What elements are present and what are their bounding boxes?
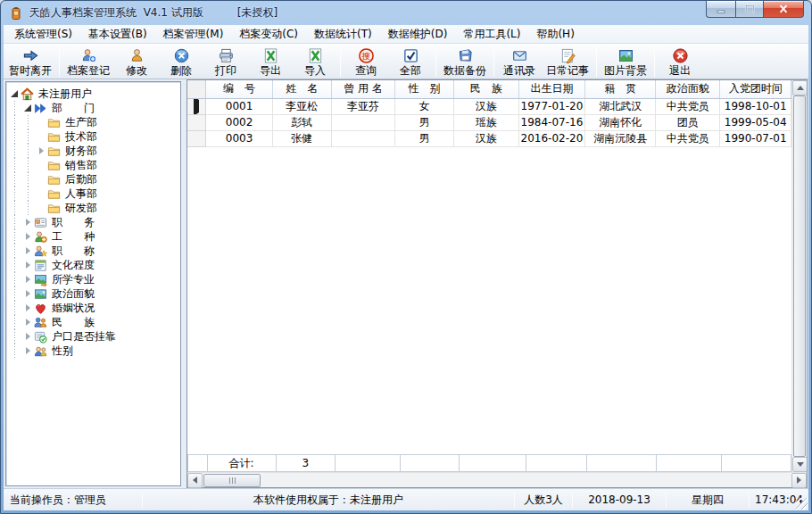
tree-item-label: 未注册用户 — [37, 87, 92, 102]
toolbar-button[interactable]: 档案登记 — [62, 45, 114, 79]
resize-grip[interactable] — [796, 498, 808, 510]
delete-icon — [173, 47, 190, 64]
toolbar-button[interactable]: 通讯录 — [497, 45, 542, 79]
toolbar-button-label: 打印 — [215, 64, 236, 77]
menu-item[interactable]: 数据维护(D) — [380, 25, 456, 44]
title-bar: 天皓人事档案管理系统 V4.1 试用版 [未授权] — [1, 1, 811, 25]
import-icon — [307, 47, 324, 64]
horizontal-scrollbar[interactable] — [187, 472, 807, 487]
tree-expander[interactable] — [8, 90, 21, 97]
row-selector[interactable] — [187, 130, 206, 146]
table-row[interactable]: 0001李亚松李亚芬女汉族1977-01-20湖北武汉中共党员1998-10-0… — [187, 98, 791, 114]
table-cell: 团员 — [656, 114, 720, 130]
table-cell: 1999-05-04 — [720, 114, 791, 130]
tree-item[interactable]: 职 务 — [8, 215, 180, 229]
tree-expander[interactable] — [21, 247, 34, 254]
menu-item[interactable]: 常用工具(L) — [455, 25, 528, 44]
toolbar-button[interactable]: 删除 — [159, 45, 203, 79]
column-header[interactable]: 姓 名 — [272, 80, 331, 98]
table-cell: 瑶族 — [453, 114, 518, 130]
vertical-scrollbar[interactable] — [791, 80, 807, 472]
toolbar-button[interactable]: 修改 — [114, 45, 159, 79]
column-header[interactable]: 性 别 — [395, 80, 453, 98]
minimize-button[interactable] — [706, 1, 735, 18]
tree-item[interactable]: 户口是否挂靠 — [8, 329, 180, 344]
tree-expander[interactable] — [21, 276, 34, 283]
column-header[interactable]: 政治面貌 — [656, 80, 720, 98]
tree-item[interactable]: 部 门 — [8, 101, 180, 115]
tree-item[interactable]: 财务部 — [8, 144, 180, 158]
maximize-button[interactable] — [735, 1, 764, 18]
scroll-left-button[interactable] — [187, 473, 203, 488]
toolbar-button[interactable]: 打印 — [203, 45, 248, 79]
horizontal-scroll-thumb[interactable] — [203, 474, 261, 487]
menu-item[interactable]: 档案管理(M) — [155, 25, 232, 44]
tree-item[interactable]: 所学专业 — [8, 272, 180, 286]
tree-expander[interactable] — [35, 147, 47, 154]
menu-item[interactable]: 档案变动(C) — [231, 25, 306, 44]
scroll-down-button[interactable] — [792, 457, 807, 472]
tree-expander[interactable] — [21, 319, 34, 326]
toolbar-button[interactable]: 暂时离开 — [4, 45, 56, 79]
toolbar-button[interactable]: 图片背景 — [600, 45, 651, 79]
toolbar-button[interactable]: 搜查询 — [344, 45, 388, 79]
menu-item[interactable]: 基本设置(B) — [80, 25, 155, 44]
column-header[interactable]: 入党团时间 — [720, 80, 791, 98]
tree-expander[interactable] — [21, 333, 34, 340]
tree-expander[interactable] — [21, 304, 34, 311]
tree-item[interactable]: 未注册用户 — [8, 87, 180, 101]
tree-expander[interactable] — [21, 261, 34, 269]
column-header[interactable]: 曾 用 名 — [331, 80, 395, 98]
tree-item[interactable]: 生产部 — [8, 115, 180, 129]
tree-expander[interactable] — [21, 290, 34, 297]
folder-icon — [47, 202, 64, 215]
toolbar-button[interactable]: 导入 — [293, 45, 337, 79]
tree-item[interactable]: 研发部 — [8, 201, 180, 215]
close-button[interactable] — [764, 1, 804, 18]
tree-item[interactable]: 工 种 — [8, 229, 180, 244]
tree-item[interactable]: 民 族 — [8, 315, 180, 329]
tree-expander[interactable] — [21, 347, 34, 354]
scroll-up-button[interactable] — [792, 80, 807, 95]
table-cell: 李亚芬 — [331, 98, 395, 114]
scroll-right-button[interactable] — [791, 473, 807, 488]
current-row-pointer — [194, 98, 199, 114]
menu-item[interactable]: 数据统计(T) — [306, 25, 380, 44]
toolbar-button[interactable]: 全部 — [388, 45, 433, 79]
column-header[interactable]: 民 族 — [453, 80, 518, 98]
select-all-icon — [402, 47, 419, 64]
grid-area: 编 号姓 名曾 用 名性 别民 族出生日期籍 贯政治面貌入党团时间0001李亚松… — [187, 80, 807, 472]
tree-item[interactable]: 技术部 — [8, 129, 180, 144]
tree-item[interactable]: 政治面貌 — [8, 286, 180, 301]
toolbar-button[interactable]: 数据备份 — [439, 45, 491, 79]
backup-icon — [457, 47, 474, 64]
toolbar-button-label: 导出 — [260, 64, 281, 77]
toolbar-button[interactable]: 日常记事 — [542, 45, 593, 79]
column-header[interactable]: 籍 贯 — [585, 80, 656, 98]
toolbar-button[interactable]: 导出 — [248, 45, 293, 79]
tree-item-label: 销售部 — [64, 158, 97, 173]
tree-expander[interactable] — [21, 233, 34, 240]
tree-item[interactable]: 文化程度 — [8, 258, 180, 272]
toolbar-button[interactable]: 退出 — [658, 45, 702, 79]
tree-item[interactable]: 职 称 — [8, 244, 180, 258]
tree-item-label: 工 种 — [51, 229, 95, 245]
tree-item[interactable]: 后勤部 — [8, 172, 180, 187]
vertical-scroll-thumb[interactable] — [793, 95, 806, 457]
column-header[interactable]: 出生日期 — [518, 80, 585, 98]
table-cell: 0003 — [206, 130, 273, 146]
table-row[interactable]: 0002彭轼男瑶族1984-07-16湖南怀化团员1999-05-04 — [187, 114, 791, 130]
tree-expander[interactable] — [21, 219, 34, 226]
tree-item[interactable]: 性别 — [8, 344, 180, 358]
column-header[interactable]: 编 号 — [206, 80, 273, 98]
row-selector[interactable] — [187, 114, 206, 130]
tree-expander[interactable] — [21, 104, 34, 112]
background-icon — [617, 47, 634, 64]
table-row[interactable]: 0003张健男汉族2016-02-20湖南沅陵县中共党员1990-07-01 — [187, 130, 791, 146]
menu-item[interactable]: 系统管理(S) — [6, 25, 80, 44]
tree-item[interactable]: 婚姻状况 — [8, 301, 180, 315]
row-selector[interactable] — [187, 98, 206, 114]
tree-item[interactable]: 人事部 — [8, 187, 180, 201]
menu-item[interactable]: 帮助(H) — [528, 25, 582, 44]
tree-item[interactable]: 销售部 — [8, 158, 180, 172]
